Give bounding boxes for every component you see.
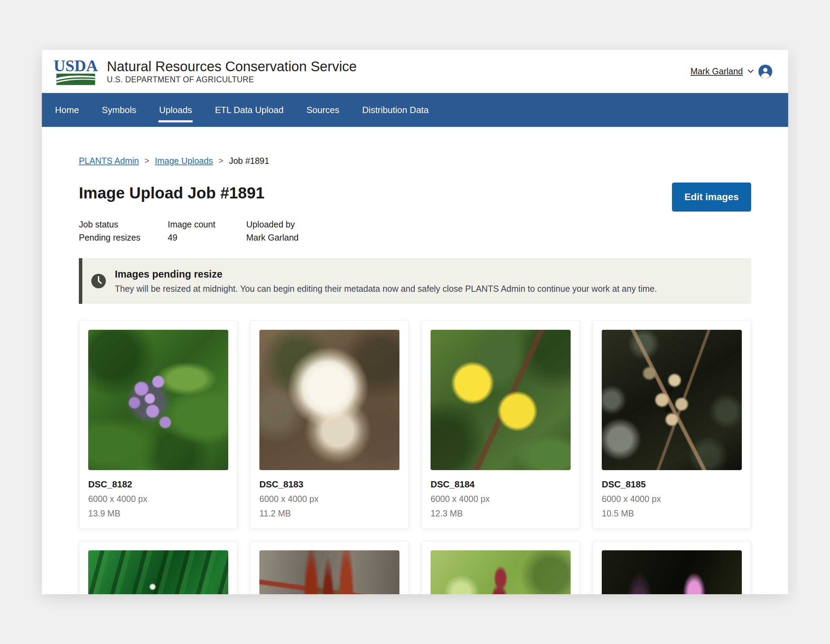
stat-value: 49 xyxy=(168,232,246,243)
image-dimensions: 6000 x 4000 px xyxy=(602,493,742,505)
image-card[interactable]: DSC_8184 6000 x 4000 px 12.3 MB xyxy=(421,320,580,528)
app-window: USDA Natural Resources Conservation Serv… xyxy=(42,50,788,594)
stat-label: Job status xyxy=(79,219,168,229)
image-file-size: 10.5 MB xyxy=(602,508,742,519)
stat-image-count: Image count 49 xyxy=(168,219,246,243)
image-card-grid: DSC_8182 6000 x 4000 px 13.9 MB DSC_8183… xyxy=(79,320,751,528)
image-file-name: DSC_8185 xyxy=(602,479,742,489)
nav-item-etl-data-upload[interactable]: ETL Data Upload xyxy=(214,103,284,117)
chevron-down-icon xyxy=(748,70,754,73)
job-stats: Job status Pending resizes Image count 4… xyxy=(79,219,751,243)
image-file-size: 11.2 MB xyxy=(259,508,399,519)
image-card[interactable]: DSC_8183 6000 x 4000 px 11.2 MB xyxy=(250,320,409,528)
image-card[interactable]: DSC_8185 6000 x 4000 px 10.5 MB xyxy=(592,320,751,528)
stat-label: Uploaded by xyxy=(246,219,298,229)
image-file-name: DSC_8183 xyxy=(259,479,399,489)
breadcrumb: PLANTS Admin > Image Uploads > Job #1891 xyxy=(79,155,751,166)
image-dimensions: 6000 x 4000 px xyxy=(88,493,228,505)
breadcrumb-plants-admin[interactable]: PLANTS Admin xyxy=(79,155,139,166)
plant-photo-thumbnail-crimson-flower-spike-meadow[interactable] xyxy=(431,550,571,594)
user-menu-link[interactable]: Mark Garland xyxy=(691,66,743,76)
page-title-row: Image Upload Job #1891 Edit images xyxy=(79,182,751,212)
clock-icon xyxy=(90,273,106,289)
breadcrumb-image-uploads[interactable]: Image Uploads xyxy=(155,155,213,166)
agency-name: Natural Resources Conservation Service xyxy=(107,59,357,74)
plant-photo-thumbnail-red-green-leaves-white-flower[interactable] xyxy=(259,550,399,594)
plant-photo-thumbnail-pink-flowers-dark-background[interactable] xyxy=(602,550,742,594)
alert-message: They will be resized at midnight. You ca… xyxy=(115,283,657,294)
nav-item-sources[interactable]: Sources xyxy=(306,103,340,117)
image-card[interactable] xyxy=(79,541,238,594)
primary-nav: Home Symbols Uploads ETL Data Upload Sou… xyxy=(42,93,788,127)
edit-images-button[interactable]: Edit images xyxy=(672,182,751,212)
stat-uploaded-by: Uploaded by Mark Garland xyxy=(246,219,298,243)
image-file-name: DSC_8184 xyxy=(431,479,571,489)
breadcrumb-separator: > xyxy=(144,155,149,166)
image-file-size: 13.9 MB xyxy=(88,508,228,519)
agency-title-block: Natural Resources Conservation Service U… xyxy=(107,59,357,85)
nav-item-symbols[interactable]: Symbols xyxy=(101,103,137,117)
usda-logo-text: USDA xyxy=(54,58,98,73)
stat-job-status: Job status Pending resizes xyxy=(79,219,168,243)
image-dimensions: 6000 x 4000 px xyxy=(431,493,571,505)
usda-logo-swoosh-icon xyxy=(56,74,95,85)
department-name: U.S. DEPARTMENT OF AGRICULTURE xyxy=(107,74,357,85)
main-content: PLANTS Admin > Image Uploads > Job #1891… xyxy=(42,127,788,594)
alert-text-block: Images pending resize They will be resiz… xyxy=(115,268,657,294)
stat-value: Mark Garland xyxy=(246,232,298,243)
stat-value: Pending resizes xyxy=(79,232,168,243)
plant-photo-thumbnail-white-flower-ball[interactable] xyxy=(259,330,399,470)
breadcrumb-current-job: Job #1891 xyxy=(229,155,269,166)
image-card[interactable] xyxy=(250,541,409,594)
image-file-size: 12.3 MB xyxy=(431,508,571,519)
image-card[interactable] xyxy=(592,541,751,594)
plant-photo-thumbnail-dried-seed-pods[interactable] xyxy=(602,330,742,470)
plant-photo-thumbnail-green-foliage-tiny-white-flowers[interactable] xyxy=(88,550,228,594)
alert-title: Images pending resize xyxy=(115,268,657,280)
image-card[interactable]: DSC_8182 6000 x 4000 px 13.9 MB xyxy=(79,320,238,528)
nav-item-home[interactable]: Home xyxy=(54,103,79,117)
plant-photo-thumbnail-yellow-wildflowers[interactable] xyxy=(431,330,571,470)
image-card-grid-row-2 xyxy=(79,541,751,594)
breadcrumb-separator: > xyxy=(219,155,223,166)
user-avatar-icon[interactable] xyxy=(759,65,772,79)
plant-photo-thumbnail-purple-flower-cluster[interactable] xyxy=(88,330,228,470)
usda-logo[interactable]: USDA xyxy=(54,58,98,85)
page-title: Image Upload Job #1891 xyxy=(79,182,265,203)
site-header: USDA Natural Resources Conservation Serv… xyxy=(42,50,788,93)
image-dimensions: 6000 x 4000 px xyxy=(259,493,399,505)
pending-resize-alert: Images pending resize They will be resiz… xyxy=(79,258,751,304)
nav-item-distribution-data[interactable]: Distribution Data xyxy=(361,103,429,117)
image-card[interactable] xyxy=(421,541,580,594)
user-menu: Mark Garland xyxy=(691,65,772,79)
image-file-name: DSC_8182 xyxy=(88,479,228,489)
nav-item-uploads[interactable]: Uploads xyxy=(158,103,193,117)
stat-label: Image count xyxy=(168,219,246,229)
